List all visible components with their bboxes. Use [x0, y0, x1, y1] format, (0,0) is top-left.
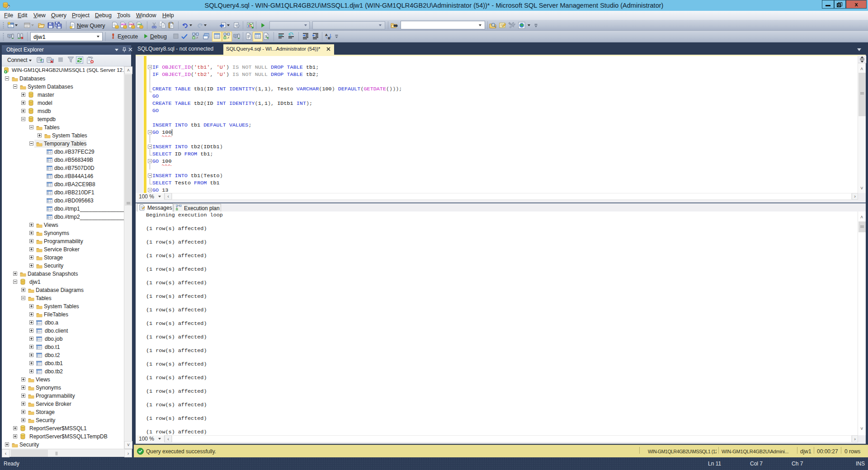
svg-text:B: B	[328, 36, 330, 40]
